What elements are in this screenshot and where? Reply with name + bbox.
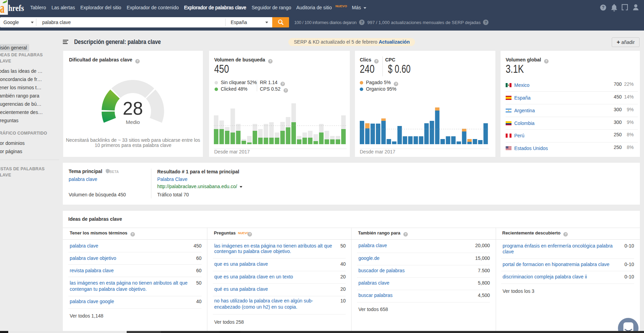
svg-text:?: ?: [602, 5, 605, 10]
